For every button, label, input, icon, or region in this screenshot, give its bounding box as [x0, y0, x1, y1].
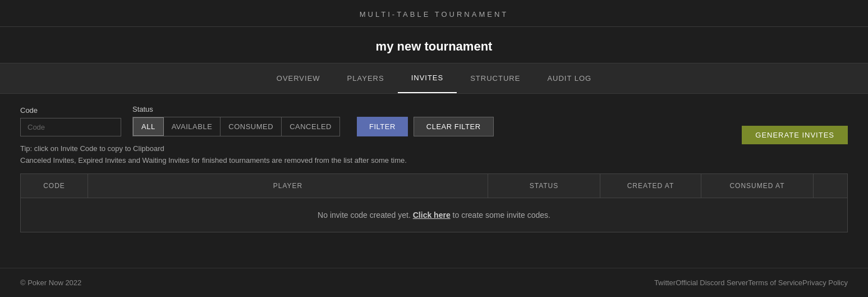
notice-text: Canceled Invites, Expired Invites and Wa…: [20, 156, 848, 165]
col-created-at: CREATED AT: [600, 174, 701, 198]
invites-table: CODE PLAYER STATUS CREATED AT CONSUMED A…: [20, 173, 848, 232]
create-invite-link[interactable]: Click here: [413, 211, 451, 220]
tab-players[interactable]: PLAYERS: [334, 64, 398, 93]
footer: © Poker Now 2022 Twitter Official Discor…: [0, 268, 868, 297]
tab-invites[interactable]: INVITES: [398, 63, 457, 93]
code-input[interactable]: [20, 118, 121, 136]
table-body: No invite code created yet. Click here t…: [21, 198, 847, 232]
generate-invites-button[interactable]: GENERATE INVITES: [742, 126, 848, 144]
col-code: CODE: [21, 174, 88, 198]
footer-link-tos[interactable]: Terms of Service: [748, 278, 802, 287]
tab-bar: OVERVIEW PLAYERS INVITES STRUCTURE AUDIT…: [0, 63, 868, 94]
table-empty-message: No invite code created yet. Click here t…: [21, 198, 847, 232]
col-consumed-at: CONSUMED AT: [701, 174, 814, 198]
col-player: PLAYER: [88, 174, 488, 198]
col-status: STATUS: [488, 174, 600, 198]
code-filter-group: Code: [20, 106, 121, 136]
col-actions: [814, 174, 847, 198]
filter-button[interactable]: FILTER: [357, 117, 408, 136]
main-content: Code Status ALL AVAILABLE CONSUMED CANCE…: [0, 94, 868, 268]
tab-audit-log[interactable]: AUDIT LOG: [534, 64, 605, 93]
tournament-title: my new tournament: [0, 27, 868, 63]
app-title: MULTI-TABLE TOURNAMENT: [0, 0, 868, 27]
status-label: Status: [132, 105, 340, 113]
filter-row: Code Status ALL AVAILABLE CONSUMED CANCE…: [20, 105, 848, 144]
status-btn-all[interactable]: ALL: [133, 117, 164, 136]
code-label: Code: [20, 106, 121, 115]
footer-link-privacy[interactable]: Privacy Policy: [802, 278, 848, 287]
tab-structure[interactable]: STRUCTURE: [457, 64, 534, 93]
action-buttons: FILTER CLEAR FILTER: [357, 117, 494, 136]
footer-links: Twitter Official Discord Server Terms of…: [654, 278, 848, 287]
status-btn-available[interactable]: AVAILABLE: [164, 117, 221, 136]
tab-overview[interactable]: OVERVIEW: [263, 64, 334, 93]
app-title-text: MULTI-TABLE TOURNAMENT: [360, 10, 508, 19]
footer-link-discord[interactable]: Official Discord Server: [676, 278, 748, 287]
clear-filter-button[interactable]: CLEAR FILTER: [414, 117, 494, 136]
status-btn-consumed[interactable]: CONSUMED: [221, 117, 282, 136]
copyright: © Poker Now 2022: [20, 278, 81, 287]
table-header: CODE PLAYER STATUS CREATED AT CONSUMED A…: [21, 174, 847, 198]
filter-section: Code Status ALL AVAILABLE CONSUMED CANCE…: [20, 105, 494, 136]
tip-clipboard: Tip: click on Invite Code to copy to Cli…: [20, 144, 848, 153]
status-filter-group: Status ALL AVAILABLE CONSUMED CANCELED: [132, 105, 340, 136]
footer-link-twitter[interactable]: Twitter: [654, 278, 676, 287]
status-buttons: ALL AVAILABLE CONSUMED CANCELED: [132, 117, 340, 136]
status-btn-canceled[interactable]: CANCELED: [282, 117, 339, 136]
